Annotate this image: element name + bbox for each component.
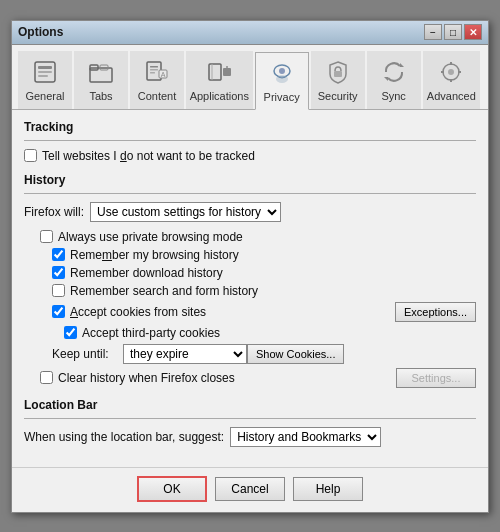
keep-until-left: Keep until: they expire I close Firefox …	[52, 344, 247, 364]
svg-rect-8	[150, 66, 158, 68]
tab-privacy[interactable]: Privacy	[255, 52, 309, 110]
tab-content-label: Content	[138, 90, 177, 102]
clear-history-left: Clear history when Firefox closes	[40, 371, 396, 385]
keep-until-label: Keep until:	[52, 347, 117, 361]
do-not-track-row: Tell websites I do not want to be tracke…	[24, 149, 476, 163]
tracking-title: Tracking	[24, 120, 476, 134]
tab-security[interactable]: Security	[311, 51, 365, 109]
accept-cookies-checkbox[interactable]	[52, 305, 65, 318]
exceptions-button[interactable]: Exceptions...	[395, 302, 476, 322]
tab-sync-label: Sync	[381, 90, 405, 102]
svg-rect-2	[38, 71, 52, 73]
location-bar-title: Location Bar	[24, 398, 476, 412]
title-bar-controls: − □ ✕	[424, 24, 482, 40]
tab-sync[interactable]: Sync	[367, 51, 421, 109]
tab-applications[interactable]: Applications	[186, 51, 253, 109]
settings-button[interactable]: Settings...	[396, 368, 476, 388]
clear-history-row: Clear history when Firefox closes Settin…	[24, 368, 476, 388]
keep-until-select[interactable]: they expire I close Firefox ask me every…	[123, 344, 247, 364]
accept-third-party-row: Accept third-party cookies	[64, 326, 476, 340]
accept-cookies-left: Accept cookies from sites	[52, 305, 395, 319]
tab-security-label: Security	[318, 90, 358, 102]
tab-advanced-label: Advanced	[427, 90, 476, 102]
private-browsing-label[interactable]: Always use private browsing mode	[58, 230, 243, 244]
maximize-button[interactable]: □	[444, 24, 462, 40]
accept-cookies-row: Accept cookies from sites Exceptions...	[24, 302, 476, 322]
sync-icon	[378, 56, 410, 88]
svg-point-18	[279, 68, 285, 74]
suggest-select[interactable]: History and Bookmarks History Bookmarks …	[230, 427, 381, 447]
firefox-will-select[interactable]: Remember history Never remember history …	[90, 202, 281, 222]
accept-third-party-label[interactable]: Accept third-party cookies	[82, 326, 220, 340]
history-title: History	[24, 173, 476, 187]
remember-download-checkbox[interactable]	[52, 266, 65, 279]
show-cookies-button[interactable]: Show Cookies...	[247, 344, 344, 364]
help-button[interactable]: Help	[293, 477, 363, 501]
applications-icon	[203, 56, 235, 88]
svg-rect-9	[150, 69, 158, 71]
keep-until-row: Keep until: they expire I close Firefox …	[24, 344, 476, 364]
tab-advanced[interactable]: Advanced	[423, 51, 480, 109]
cancel-button[interactable]: Cancel	[215, 477, 285, 501]
accept-third-party-checkbox[interactable]	[64, 326, 77, 339]
remember-browsing-checkbox[interactable]	[52, 248, 65, 261]
window-title: Options	[18, 25, 63, 39]
svg-text:A: A	[161, 71, 166, 78]
minimize-button[interactable]: −	[424, 24, 442, 40]
svg-rect-13	[209, 64, 221, 80]
svg-rect-3	[38, 75, 48, 77]
svg-rect-20	[334, 71, 342, 77]
remember-search-row: Remember search and form history	[52, 284, 476, 298]
tab-general-label: General	[25, 90, 64, 102]
security-icon	[322, 56, 354, 88]
remember-search-checkbox[interactable]	[52, 284, 65, 297]
tab-tabs[interactable]: Tabs	[74, 51, 128, 109]
accept-cookies-label[interactable]: Accept cookies from sites	[70, 305, 206, 319]
svg-rect-15	[223, 68, 231, 76]
privacy-icon	[266, 57, 298, 89]
tabs-icon	[85, 56, 117, 88]
advanced-icon	[435, 56, 467, 88]
tab-general[interactable]: General	[18, 51, 72, 109]
history-section: History Firefox will: Remember history N…	[24, 173, 476, 388]
svg-rect-1	[38, 66, 52, 69]
tab-applications-label: Applications	[190, 90, 249, 102]
remember-browsing-row: Remember my browsing history	[52, 248, 476, 262]
ok-button[interactable]: OK	[137, 476, 207, 502]
tracking-section: Tracking Tell websites I do not want to …	[24, 120, 476, 163]
suggest-label: When using the location bar, suggest:	[24, 430, 224, 444]
options-window: Options − □ ✕ General	[11, 20, 489, 513]
private-browsing-row: Always use private browsing mode	[40, 230, 476, 244]
clear-history-label[interactable]: Clear history when Firefox closes	[58, 371, 235, 385]
svg-marker-21	[400, 63, 404, 67]
svg-point-24	[448, 69, 454, 75]
svg-marker-22	[384, 77, 388, 81]
tab-tabs-label: Tabs	[89, 90, 112, 102]
title-bar: Options − □ ✕	[12, 21, 488, 45]
remember-browsing-label[interactable]: Remember my browsing history	[70, 248, 239, 262]
remember-download-label[interactable]: Remember download history	[70, 266, 223, 280]
bottom-buttons: OK Cancel Help	[12, 467, 488, 512]
general-icon	[29, 56, 61, 88]
tab-privacy-label: Privacy	[264, 91, 300, 103]
clear-history-checkbox[interactable]	[40, 371, 53, 384]
remember-download-row: Remember download history	[52, 266, 476, 280]
suggest-row: When using the location bar, suggest: Hi…	[24, 427, 476, 447]
remember-search-label[interactable]: Remember search and form history	[70, 284, 258, 298]
content-area: Tracking Tell websites I do not want to …	[12, 110, 488, 467]
private-browsing-checkbox[interactable]	[40, 230, 53, 243]
firefox-will-row: Firefox will: Remember history Never rem…	[24, 202, 476, 222]
close-button[interactable]: ✕	[464, 24, 482, 40]
tab-content[interactable]: A Content	[130, 51, 184, 109]
do-not-track-label[interactable]: Tell websites I do not want to be tracke…	[42, 149, 255, 163]
do-not-track-checkbox[interactable]	[24, 149, 37, 162]
tabs-row: General Tabs A	[12, 45, 488, 110]
svg-rect-10	[150, 72, 155, 74]
content-icon: A	[141, 56, 173, 88]
location-bar-section: Location Bar When using the location bar…	[24, 398, 476, 447]
firefox-will-label: Firefox will:	[24, 205, 84, 219]
